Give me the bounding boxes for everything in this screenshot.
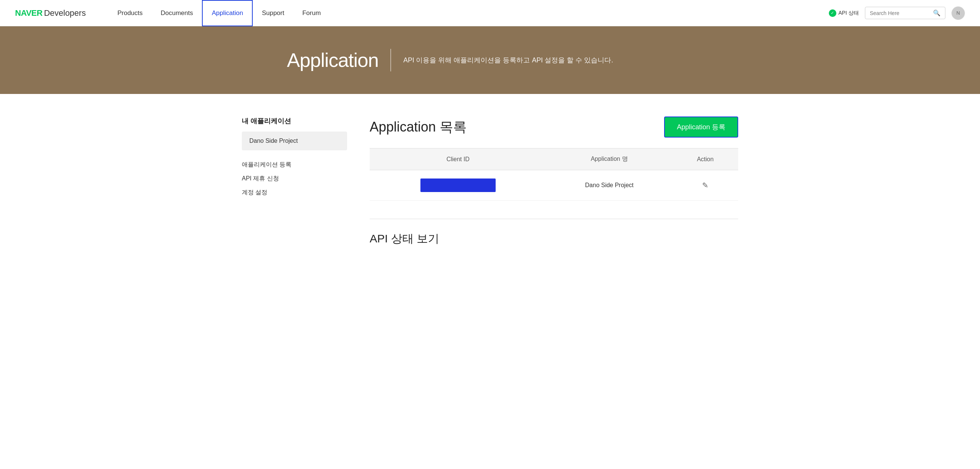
register-application-button[interactable]: Application 등록 [664,117,738,138]
table-row: Dano Side Project✎ [370,170,738,201]
nav-item-application[interactable]: Application [202,0,253,26]
cell-app-name: Dano Side Project [546,170,672,201]
hero-banner: Application API 이용을 위해 애플리케이션을 등록하고 API … [0,26,980,94]
table-title: Application 목록 [370,118,467,136]
cell-action[interactable]: ✎ [672,170,738,201]
sidebar-link-account-settings[interactable]: 계정 설정 [242,185,347,200]
nav-item-support[interactable]: Support [253,0,293,26]
nav-item-documents[interactable]: Documents [151,0,202,26]
edit-icon[interactable]: ✎ [702,181,708,189]
main-nav: ProductsDocumentsApplicationSupportForum [108,0,829,26]
api-status-title: API 상태 보기 [370,231,738,247]
main-content: 내 애플리케이션 Dano Side Project 애플리케이션 등록API … [227,94,753,261]
application-table: Client ID Application 명 Action Dano Side… [370,148,738,201]
header: NAVER Developers ProductsDocumentsApplic… [0,0,980,26]
hero-divider [390,49,391,71]
col-header-client-id: Client ID [370,149,546,170]
api-status-dot: ✓ [829,10,836,17]
hero-description: API 이용을 위해 애플리케이션을 등록하고 API 설정을 할 수 있습니다… [403,55,613,66]
api-status: ✓ API 상태 [829,10,859,17]
api-status-section: API 상태 보기 [370,219,738,247]
api-status-label: API 상태 [838,10,859,17]
logo[interactable]: NAVER Developers [15,8,86,18]
user-initials: N [956,10,960,16]
header-right: ✓ API 상태 🔍 N [829,6,965,20]
user-avatar[interactable]: N [951,6,965,20]
client-id-block [420,179,496,192]
hero-content: Application API 이용을 위해 애플리케이션을 등록하고 API … [264,49,716,71]
nav-item-forum[interactable]: Forum [293,0,330,26]
search-box[interactable]: 🔍 [865,7,945,19]
nav-item-products[interactable]: Products [108,0,151,26]
search-input[interactable] [870,10,930,16]
table-header-row: Client ID Application 명 Action [370,149,738,170]
sidebar-link-api-partnership[interactable]: API 제휴 신청 [242,172,347,185]
col-header-action: Action [672,149,738,170]
logo-developers: Developers [44,8,86,18]
col-header-app-name: Application 명 [546,149,672,170]
cell-client-id [370,170,546,201]
content-header: Application 목록 Application 등록 [370,117,738,138]
sidebar-section-title: 내 애플리케이션 [242,117,347,125]
search-icon[interactable]: 🔍 [933,10,940,17]
sidebar: 내 애플리케이션 Dano Side Project 애플리케이션 등록API … [242,117,347,247]
sidebar-link-register-app[interactable]: 애플리케이션 등록 [242,158,347,172]
content-area: Application 목록 Application 등록 Client ID … [370,117,738,247]
logo-naver: NAVER [15,8,43,18]
hero-title: Application [287,49,378,71]
sidebar-selected-project[interactable]: Dano Side Project [242,132,347,151]
